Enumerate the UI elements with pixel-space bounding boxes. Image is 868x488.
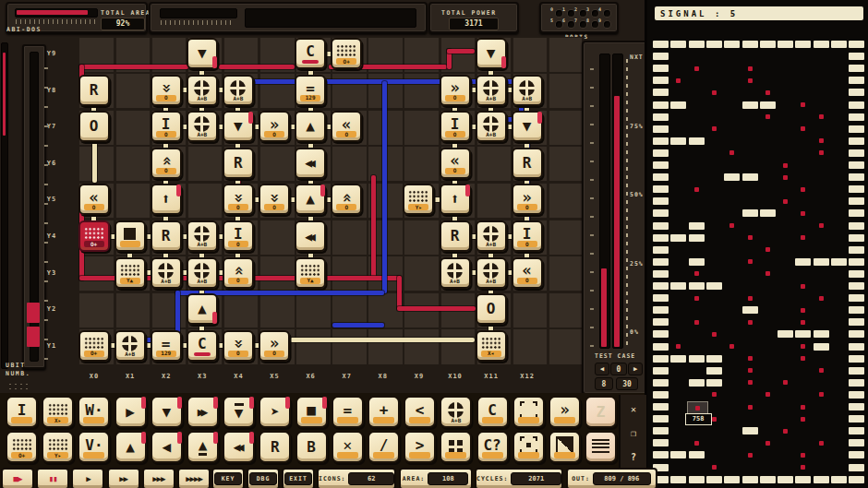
help-button[interactable]: ?	[626, 450, 641, 465]
palette-key-r1-2[interactable]: X▸	[42, 396, 74, 428]
grid-tile-x11-y1[interactable]: X◂	[476, 330, 507, 362]
port-6[interactable]	[568, 21, 574, 28]
close-button[interactable]: ✕	[626, 402, 641, 417]
palette-key-r1-11[interactable]: +	[368, 396, 400, 428]
grid-tile-x4-y3[interactable]: »O	[223, 257, 254, 289]
grid-tile-x4-y5[interactable]: »O	[223, 184, 254, 215]
palette-key-r2-16[interactable]	[549, 431, 581, 463]
grid-tile-x12-y4[interactable]: IO	[512, 220, 543, 252]
test-case-next-button[interactable]: ▶	[628, 363, 643, 375]
grid-tile-x6-y5[interactable]: ▲	[295, 184, 326, 215]
palette-key-r2-6[interactable]: ▲	[187, 431, 219, 463]
palette-key-r2-1[interactable]: O+	[6, 431, 38, 463]
grid-tile-x7-y5[interactable]: »O	[331, 184, 362, 215]
palette-key-r1-8[interactable]: ➤	[259, 396, 291, 428]
grid-tile-x12-y5[interactable]: »O	[512, 184, 543, 215]
key-button[interactable]: KEY	[211, 468, 245, 488]
grid-tile-x12-y8[interactable]: A+B	[512, 75, 543, 106]
grid-tile-x0-y1[interactable]: O+	[78, 330, 110, 362]
grid-tile-x4-y4[interactable]: IO	[223, 220, 254, 252]
grid-tile-x1-y3[interactable]: Y▲	[115, 257, 146, 289]
dbg-button[interactable]: DBG	[247, 468, 280, 488]
grid-tile-x12-y3[interactable]: «O	[512, 257, 543, 289]
port-2[interactable]	[580, 10, 586, 17]
palette-key-r1-12[interactable]: <	[404, 396, 436, 428]
palette-key-r1-5[interactable]: ▼	[151, 396, 183, 428]
grid-tile-x0-y7[interactable]: O	[78, 111, 110, 142]
grid-tile-x4-y7[interactable]: ▼	[223, 111, 254, 142]
palette-key-r1-1[interactable]: I	[6, 396, 38, 428]
grid-tile-x9-y5[interactable]: Y▸	[403, 184, 434, 215]
frame-button[interactable]: ❐	[626, 426, 641, 441]
palette-key-r2-3[interactable]: V·	[78, 431, 110, 463]
palette-key-r2-15[interactable]	[512, 431, 545, 463]
grid-tile-x1-y4[interactable]	[115, 220, 146, 252]
port-0[interactable]	[556, 10, 562, 17]
grid-tile-x7-y9[interactable]: O+	[331, 38, 362, 69]
grid-tile-x11-y2[interactable]: O	[476, 293, 507, 325]
grid-tile-x6-y4[interactable]: ◀◀	[295, 220, 326, 252]
fast-forward-2-button[interactable]: ▶▶	[107, 468, 140, 488]
grid-tile-x6-y9[interactable]: C	[295, 38, 326, 69]
palette-key-r2-5[interactable]: ◀	[151, 431, 183, 463]
grid-tile-x1-y1[interactable]: A+B	[115, 330, 146, 362]
palette-key-r2-8[interactable]: R	[259, 431, 291, 463]
grid-tile-x11-y9[interactable]: ▼	[476, 38, 507, 69]
palette-key-r1-6[interactable]: ▶▶	[187, 396, 219, 428]
mini-slider-track[interactable]	[160, 8, 237, 18]
palette-key-r1-4[interactable]: ▶	[115, 396, 147, 428]
port-7[interactable]	[580, 21, 586, 28]
palette-key-r2-12[interactable]: >	[404, 431, 436, 463]
palette-key-r2-2[interactable]: Y▸	[42, 431, 74, 463]
palette-key-r2-14[interactable]: C?	[476, 431, 509, 463]
grid-tile-x0-y4[interactable]: O+	[78, 220, 110, 252]
palette-key-r2-17[interactable]	[585, 431, 617, 463]
pause-button[interactable]: ▮▮	[36, 468, 69, 488]
palette-key-r2-7[interactable]: ◀◀	[223, 431, 255, 463]
grid-tile-x2-y5[interactable]: ⬆	[151, 184, 182, 215]
grid-tile-x4-y1[interactable]: »O	[223, 330, 254, 362]
port-4[interactable]	[604, 10, 610, 17]
palette-key-r1-10[interactable]: =	[332, 396, 364, 428]
palette-key-r1-13[interactable]: A+B	[440, 396, 472, 428]
grid-tile-x12-y7[interactable]: ▼	[512, 111, 543, 142]
palette-key-r1-17[interactable]: Z	[585, 396, 617, 428]
program-field[interactable]	[245, 8, 416, 28]
palette-key-r2-9[interactable]: B	[295, 431, 328, 463]
grid-tile-x0-y5[interactable]: «O	[78, 184, 110, 215]
grid-tile-x2-y3[interactable]: A+B	[151, 257, 182, 289]
palette-key-r2-10[interactable]: ✕	[332, 431, 364, 463]
grid-tile-x3-y3[interactable]: A+B	[187, 257, 218, 289]
ubit-slider-thumb[interactable]	[27, 303, 40, 323]
port-3[interactable]	[592, 10, 598, 17]
grid-tile-x3-y8[interactable]: A+B	[187, 75, 218, 106]
palette-key-r1-3[interactable]: W·	[78, 396, 110, 428]
grid-tile-x5-y7[interactable]: »O	[259, 111, 290, 142]
grid-tile-x10-y7[interactable]: IO	[440, 111, 471, 142]
grid-tile-x6-y7[interactable]: ▲	[295, 111, 326, 142]
grid-tile-x2-y1[interactable]: =129	[151, 330, 182, 362]
fast-forward-3-button[interactable]: ▶▶▶	[142, 468, 175, 488]
palette-key-r1-9[interactable]: ■	[295, 396, 328, 428]
fast-forward-4-button[interactable]: ▶▶▶▶	[177, 468, 211, 488]
grid-tile-x10-y4[interactable]: R	[440, 220, 471, 252]
grid-tile-x5-y1[interactable]: »O	[259, 330, 290, 362]
grid-tile-x7-y7[interactable]: «O	[331, 111, 362, 142]
exit-button[interactable]: EXIT	[282, 468, 315, 488]
grid-tile-x2-y7[interactable]: IO	[151, 111, 182, 142]
palette-key-r2-4[interactable]: ▲	[115, 431, 147, 463]
palette-key-r1-16[interactable]: »	[549, 396, 581, 428]
port-5[interactable]	[556, 21, 562, 28]
grid-tile-x3-y1[interactable]: C	[187, 330, 218, 362]
grid-tile-x3-y9[interactable]: ▼	[187, 38, 218, 69]
grid-tile-x3-y2[interactable]: ▲	[187, 293, 218, 325]
grid-tile-x2-y8[interactable]: »O	[151, 75, 182, 106]
grid-tile-x6-y8[interactable]: =129	[295, 75, 326, 106]
play-button[interactable]: ▶	[71, 468, 104, 488]
grid-tile-x10-y6[interactable]: «O	[440, 148, 471, 179]
grid-tile-x11-y8[interactable]: A+B	[476, 75, 507, 106]
grid-tile-x2-y4[interactable]: R	[151, 220, 182, 252]
grid-tile-x2-y6[interactable]: »O	[151, 148, 182, 179]
palette-key-r1-15[interactable]	[512, 396, 545, 428]
ubit-slider-thumb2[interactable]	[27, 327, 40, 347]
